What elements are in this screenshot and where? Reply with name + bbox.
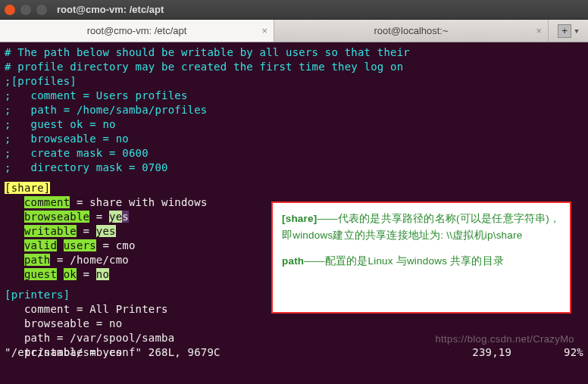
annotation-share-text: ——代表的是共享路径的名称(可以是任意字符串)，即windows建立的共享连接地…	[282, 213, 560, 241]
close-tab-icon[interactable]: ×	[536, 25, 542, 36]
code-line: ; create mask = 0600	[5, 147, 149, 159]
tab-label: root@localhost:~	[374, 25, 448, 36]
key-browseable: browseable	[24, 211, 89, 223]
window-titlebar: root@cmo-vm: /etc/apt	[0, 0, 588, 20]
code-line: ;[profiles]	[5, 75, 77, 87]
tab-bar: root@cmo-vm: /etc/apt × root@localhost:~…	[0, 20, 588, 42]
tab-menu-dropdown-icon[interactable]: ▼	[574, 27, 578, 35]
val-browseable-a: ye	[109, 211, 122, 223]
val-guest: no	[96, 268, 109, 280]
vim-status-bar: "/etc/samba/smb.conf" 268L, 9679C 239,19…	[5, 345, 583, 360]
val-valid: cmo	[116, 239, 136, 251]
comment-block: # The path below should be writable by a…	[5, 45, 583, 175]
code-line: ; comment = Users profiles	[5, 89, 188, 101]
printers-line: browseable = no	[24, 317, 122, 329]
code-line: ; guest ok = no	[5, 118, 116, 130]
printers-line: comment = All Printers	[24, 303, 168, 315]
key-writable: writable	[24, 225, 77, 237]
status-position: 239,19 92%	[472, 345, 583, 360]
key-valid-a: valid	[24, 239, 57, 251]
spacer	[5, 175, 583, 181]
section-share: share	[11, 182, 44, 194]
section-bracket: ]	[44, 182, 51, 194]
new-tab-button[interactable]: +	[558, 24, 571, 38]
code-line: ; path = /home/samba/profiles	[5, 104, 208, 116]
key-path: path	[24, 254, 51, 266]
code-line: ; browseable = no	[5, 133, 129, 145]
key-guest-a: guest	[24, 268, 57, 280]
minimize-icon[interactable]	[20, 5, 31, 15]
section-bracket: [	[5, 182, 11, 194]
annotation-share: [share]——代表的是共享路径的名称(可以是任意字符串)，即windows建…	[282, 211, 561, 244]
close-tab-icon[interactable]: ×	[261, 25, 267, 36]
val-writable: yes	[96, 225, 116, 237]
code-line: # profile directory may be created the f…	[5, 61, 403, 73]
val-browseable-b: s	[122, 211, 129, 223]
annotation-path-key: path	[282, 255, 304, 267]
annotation-path: path——配置的是Linux 与windows 共享的目录	[282, 253, 561, 270]
code-line: # The path below should be writable by a…	[5, 46, 410, 58]
annotation-path-text: ——配置的是Linux 与windows 共享的目录	[304, 255, 504, 267]
tab-label: root@cmo-vm: /etc/apt	[87, 25, 187, 36]
printers-line: path = /var/spool/samba	[24, 332, 174, 344]
close-icon[interactable]	[5, 5, 15, 15]
tab-inactive[interactable]: root@localhost:~ ×	[274, 20, 549, 42]
terminal-area[interactable]: # The path below should be writable by a…	[0, 42, 588, 363]
tabbar-actions: + ▼	[549, 20, 588, 42]
window-title: root@cmo-vm: /etc/apt	[57, 4, 164, 15]
status-file: "/etc/samba/smb.conf" 268L, 9679C	[5, 345, 472, 360]
tab-active[interactable]: root@cmo-vm: /etc/apt ×	[0, 20, 274, 42]
section-printers: [printers]	[5, 289, 70, 301]
val-comment: share with windows	[89, 196, 207, 208]
code-line: ; directory mask = 0700	[5, 161, 168, 173]
spacer	[282, 244, 561, 253]
key-guest-b: ok	[64, 268, 77, 280]
annotation-share-key: [share]	[282, 213, 317, 224]
val-path: /home/cmo	[70, 254, 129, 266]
watermark: https://blog.csdn.net/CrazyMo	[435, 332, 574, 346]
key-valid-b: users	[64, 239, 96, 251]
maximize-icon[interactable]	[36, 5, 47, 15]
annotation-box: [share]——代表的是共享路径的名称(可以是任意字符串)，即windows建…	[271, 201, 571, 314]
key-comment: comment	[24, 196, 70, 208]
